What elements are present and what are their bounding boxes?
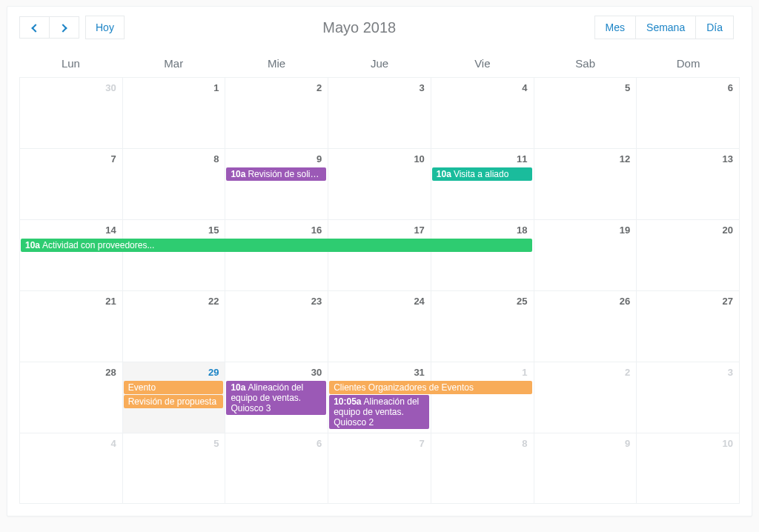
calendar-event[interactable]: 10aActividad con proveedores... bbox=[21, 239, 532, 252]
day-number: 9 bbox=[316, 153, 322, 164]
day-cell[interactable]: 25 bbox=[431, 290, 534, 362]
day-number: 16 bbox=[311, 225, 322, 236]
day-number: 21 bbox=[105, 296, 116, 307]
calendar-grid: 301234567891011121310aRevisión de solici… bbox=[19, 77, 740, 504]
next-button[interactable] bbox=[50, 16, 79, 39]
calendar-event[interactable]: Revisión de propuesta bbox=[124, 395, 224, 408]
day-number: 11 bbox=[517, 153, 527, 164]
day-number: 30 bbox=[105, 82, 116, 93]
day-cell[interactable]: 5 bbox=[534, 77, 637, 148]
week-row: 21222324252627 bbox=[20, 290, 740, 362]
calendar-event[interactable]: 10aVisita a aliado bbox=[432, 167, 532, 181]
prev-button[interactable] bbox=[19, 16, 50, 39]
event-title: Actividad con proveedores... bbox=[42, 240, 154, 250]
toolbar-left: Hoy bbox=[19, 16, 125, 39]
dow-sun: Dom bbox=[637, 51, 740, 77]
day-number: 6 bbox=[728, 82, 733, 93]
view-day-button[interactable]: Día bbox=[696, 16, 734, 39]
day-cell[interactable]: 11 bbox=[431, 148, 534, 219]
day-cell[interactable]: 4 bbox=[431, 77, 534, 148]
dow-thu: Jue bbox=[328, 51, 431, 77]
day-number: 8 bbox=[213, 153, 219, 164]
calendar-event[interactable]: Evento bbox=[124, 381, 224, 394]
day-cell[interactable]: 20 bbox=[637, 219, 740, 290]
day-cell[interactable]: 12 bbox=[534, 148, 637, 219]
day-of-week-header: Lun Mar Mie Jue Vie Sab Dom bbox=[19, 51, 740, 77]
day-cell[interactable]: 18 bbox=[431, 219, 534, 290]
day-number: 12 bbox=[620, 153, 630, 164]
day-number: 17 bbox=[414, 225, 424, 236]
day-cell[interactable]: 22 bbox=[123, 290, 226, 362]
day-cell[interactable]: 4 bbox=[20, 433, 123, 504]
day-cell[interactable]: 6 bbox=[637, 77, 740, 148]
dow-wed: Mie bbox=[225, 51, 328, 77]
dow-sat: Sab bbox=[534, 51, 637, 77]
day-number: 15 bbox=[208, 225, 219, 236]
day-cell[interactable]: 8 bbox=[123, 148, 226, 219]
event-title: Clientes Organizadores de Eventos bbox=[334, 382, 474, 393]
day-cell[interactable]: 9 bbox=[534, 433, 637, 504]
day-cell[interactable]: 23 bbox=[225, 290, 328, 362]
day-cell[interactable]: 7 bbox=[328, 433, 431, 504]
day-cell[interactable]: 3 bbox=[328, 77, 431, 148]
day-cell[interactable]: 9 bbox=[225, 148, 328, 219]
nav-buttons bbox=[19, 16, 79, 39]
day-cell[interactable]: 17 bbox=[328, 219, 431, 290]
day-number: 5 bbox=[625, 82, 630, 93]
day-number: 27 bbox=[723, 296, 733, 307]
day-cell[interactable]: 3 bbox=[637, 362, 740, 433]
day-cell[interactable]: 28 bbox=[20, 362, 123, 433]
day-number: 1 bbox=[522, 367, 527, 378]
day-number: 23 bbox=[311, 296, 322, 307]
day-number: 9 bbox=[625, 438, 630, 449]
day-cell[interactable]: 13 bbox=[637, 148, 740, 219]
day-number: 2 bbox=[316, 82, 322, 93]
day-number: 31 bbox=[414, 367, 424, 378]
day-number: 18 bbox=[517, 225, 527, 236]
event-time: 10a bbox=[437, 169, 451, 179]
view-week-button[interactable]: Semana bbox=[636, 16, 696, 39]
week-row: 30123456 bbox=[20, 77, 740, 148]
day-cell[interactable]: 19 bbox=[534, 219, 637, 290]
day-number: 14 bbox=[105, 225, 116, 236]
day-cell[interactable]: 27 bbox=[637, 290, 740, 362]
day-cell[interactable]: 16 bbox=[225, 219, 328, 290]
calendar-event[interactable]: Clientes Organizadores de Eventos bbox=[329, 381, 531, 394]
day-number: 28 bbox=[105, 367, 116, 378]
day-number: 3 bbox=[420, 82, 425, 93]
calendar-event[interactable]: 10:05aAlineación del equipo de ventas. Q… bbox=[329, 395, 429, 429]
event-title: Revisión de propuesta bbox=[128, 396, 216, 407]
day-number: 7 bbox=[110, 153, 116, 164]
day-cell[interactable]: 6 bbox=[225, 433, 328, 504]
day-number: 3 bbox=[728, 367, 733, 378]
day-cell[interactable]: 15 bbox=[123, 219, 226, 290]
day-cell[interactable]: 7 bbox=[20, 148, 123, 219]
day-number: 24 bbox=[414, 296, 424, 307]
day-cell[interactable]: 24 bbox=[328, 290, 431, 362]
day-cell[interactable]: 26 bbox=[534, 290, 637, 362]
day-cell[interactable]: 2 bbox=[225, 77, 328, 148]
week-row: 7891011121310aRevisión de solicitud10aVi… bbox=[20, 148, 740, 219]
day-number: 10 bbox=[723, 438, 733, 449]
calendar-event[interactable]: 10aRevisión de solicitud bbox=[226, 167, 326, 181]
day-cell[interactable]: 1 bbox=[431, 362, 534, 433]
calendar-event[interactable]: 10aAlineación del equipo de ventas. Quio… bbox=[226, 381, 326, 415]
day-cell[interactable]: 30 bbox=[20, 77, 123, 148]
day-cell[interactable]: 14 bbox=[20, 219, 123, 290]
day-cell[interactable]: 5 bbox=[123, 433, 226, 504]
day-cell[interactable]: 2 bbox=[534, 362, 637, 433]
day-cell[interactable]: 21 bbox=[20, 290, 123, 362]
day-number: 4 bbox=[110, 438, 116, 449]
day-number: 25 bbox=[517, 296, 527, 307]
day-number: 8 bbox=[522, 438, 527, 449]
today-button[interactable]: Hoy bbox=[85, 16, 125, 39]
day-cell[interactable]: 1 bbox=[123, 77, 226, 148]
day-number: 7 bbox=[420, 438, 425, 449]
day-number: 10 bbox=[414, 153, 424, 164]
day-cell[interactable]: 10 bbox=[328, 148, 431, 219]
day-cell[interactable]: 8 bbox=[431, 433, 534, 504]
day-number: 13 bbox=[723, 153, 733, 164]
dow-tue: Mar bbox=[122, 51, 225, 77]
view-month-button[interactable]: Mes bbox=[594, 16, 636, 39]
day-cell[interactable]: 10 bbox=[637, 433, 740, 504]
